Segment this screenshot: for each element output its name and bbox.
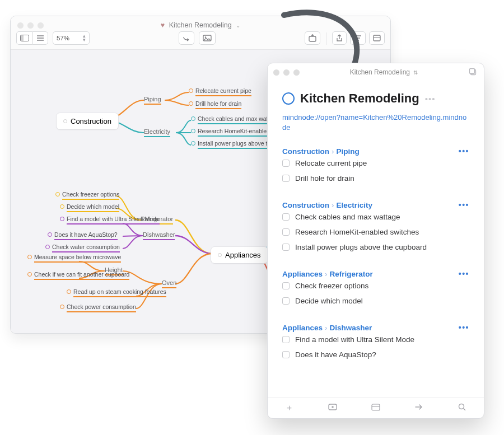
leaf-height-0[interactable]: Measure space below microwave	[27, 254, 83, 263]
leaf-refrig-0[interactable]: Check freezer options	[55, 191, 119, 200]
checkbox[interactable]	[282, 175, 290, 182]
things-bottom-toolbar: ＋	[268, 397, 484, 418]
things-title-text: Kitchen Remodeling	[350, 68, 410, 76]
section-construction-piping: Construction›Piping ••• Relocate current…	[282, 147, 469, 186]
node-label: Appliances	[225, 251, 261, 259]
svg-rect-1	[21, 35, 24, 41]
project-more-icon[interactable]: •••	[425, 94, 436, 104]
task-item[interactable]: Research HomeKit-enabled switches	[282, 224, 469, 240]
task-item[interactable]: Does it have AquaStop?	[282, 347, 469, 362]
search-button[interactable]	[441, 403, 484, 413]
leaf-oven-1[interactable]: Check power consumption	[60, 303, 136, 312]
chevron-down-icon[interactable]: ⌄	[236, 22, 240, 29]
checkbox[interactable]	[282, 244, 290, 251]
section-appliances-refrigerator: Appliances›Refrigerator ••• Check freeze…	[282, 269, 469, 308]
branch-piping[interactable]: Piping	[144, 96, 161, 105]
zoom-dot[interactable]	[293, 69, 300, 76]
sidebar-toggle[interactable]	[16, 31, 48, 45]
panel-left-icon[interactable]	[16, 31, 32, 45]
calendar-button[interactable]	[354, 403, 397, 413]
things-titlebar: Kitchen Remodeling ⇅	[268, 63, 484, 81]
task-item[interactable]: Install power plugs above the cupboard	[282, 240, 469, 255]
section-header[interactable]: Appliances›Refrigerator •••	[282, 269, 469, 278]
node-label: Construction	[71, 117, 111, 125]
svg-point-19	[459, 404, 464, 409]
svg-rect-13	[470, 69, 475, 74]
checkbox[interactable]	[282, 160, 290, 167]
zoom-stepper[interactable]: 57% ▴▾	[53, 31, 90, 45]
open-window-icon[interactable]	[468, 68, 478, 76]
section-construction-electricity: Construction›Electricity ••• Check cable…	[282, 200, 469, 255]
outline-icon[interactable]	[32, 31, 48, 45]
branch-oven[interactable]: Oven	[162, 279, 176, 288]
checkbox[interactable]	[282, 297, 290, 305]
svg-rect-10	[374, 35, 380, 41]
branch-dishwasher[interactable]: Dishwasher	[143, 231, 175, 240]
toolbar-separator	[326, 32, 326, 45]
things-title[interactable]: Kitchen Remodeling ⇅	[300, 68, 468, 76]
section-more-icon[interactable]: •••	[459, 323, 469, 332]
task-item[interactable]: Check cables and max wattage	[282, 209, 469, 224]
leaf-dw-0[interactable]: Find a model with Ultra Silent Mode	[60, 216, 124, 224]
section-header[interactable]: Construction›Piping •••	[282, 147, 469, 156]
traffic-lights[interactable]	[273, 69, 300, 76]
task-item[interactable]: Find a model with Ultra Silent Mode	[282, 332, 469, 347]
project-note-link[interactable]: mindnode://open?name=Kitchen%20Remodelin…	[282, 113, 469, 132]
section-more-icon[interactable]: •••	[459, 147, 469, 156]
leaf-height-1[interactable]: Check if we can fit another cupboard	[27, 271, 83, 280]
section-appliances-dishwasher: Appliances›Dishwasher ••• Find a model w…	[282, 323, 469, 362]
checkbox[interactable]	[282, 213, 290, 221]
section-more-icon[interactable]: •••	[459, 269, 469, 278]
checkbox[interactable]	[282, 228, 290, 236]
svg-line-20	[464, 409, 466, 411]
move-button[interactable]	[398, 403, 441, 413]
node-construction[interactable]: Construction	[57, 113, 118, 129]
project-title[interactable]: Kitchen Remodeling	[300, 91, 419, 106]
task-item[interactable]: Relocate current pipe	[282, 156, 469, 171]
window-title: ♥ Kitchen Remodeling ⌄	[11, 21, 390, 29]
style-button[interactable]	[369, 31, 385, 45]
things-window: Kitchen Remodeling ⇅ Kitchen Remodeling …	[267, 63, 484, 419]
svg-rect-17	[372, 404, 380, 410]
section-more-icon[interactable]: •••	[459, 200, 469, 209]
close-dot[interactable]	[273, 69, 279, 76]
checkbox[interactable]	[282, 351, 290, 358]
share-button[interactable]	[332, 31, 347, 45]
leaf-dw-1[interactable]: Does it have AquaStop?	[48, 231, 118, 240]
leaf-piping-0[interactable]: Relocate current pipe	[189, 87, 251, 96]
leaf-dw-2[interactable]: Check water consumption	[45, 244, 120, 252]
undo-button[interactable]	[179, 31, 194, 45]
task-item[interactable]: Decide which model	[282, 293, 469, 308]
task-item[interactable]: Drill hole for drain	[282, 171, 469, 186]
new-todo-button[interactable]: ＋	[268, 403, 311, 413]
svg-rect-7	[309, 36, 316, 41]
filter-button[interactable]	[350, 31, 366, 45]
image-icon[interactable]	[199, 31, 216, 45]
favorite-icon: ♥	[161, 21, 165, 29]
add-node-button[interactable]	[305, 31, 320, 45]
project-progress-ring	[282, 92, 295, 105]
section-header[interactable]: Appliances›Dishwasher •••	[282, 323, 469, 332]
leaf-refrig-1[interactable]: Decide which model	[60, 203, 119, 212]
minimize-dot[interactable]	[283, 69, 290, 76]
stepper-icon: ▴▾	[83, 34, 86, 42]
new-heading-button[interactable]	[311, 403, 354, 413]
leaf-oven-0[interactable]: Read up on steam cooking features	[67, 288, 139, 297]
checkbox[interactable]	[282, 282, 290, 289]
zoom-value: 57%	[57, 35, 69, 41]
things-body: Kitchen Remodeling ••• mindnode://open?n…	[268, 81, 484, 397]
mindnode-toolbar: ♥ Kitchen Remodeling ⌄ 57% ▴▾	[11, 16, 390, 50]
leaf-elec-0[interactable]: Check cables and max wattage	[191, 115, 279, 124]
sort-icon: ⇅	[413, 69, 418, 76]
branch-electricity[interactable]: Electricity	[144, 128, 170, 137]
window-title-text: Kitchen Remodeling	[169, 21, 232, 29]
task-item[interactable]: Check freezer options	[282, 278, 469, 293]
leaf-piping-1[interactable]: Drill hole for drain	[189, 100, 241, 109]
node-appliances[interactable]: Appliances	[211, 247, 268, 263]
section-header[interactable]: Construction›Electricity •••	[282, 200, 469, 209]
checkbox[interactable]	[282, 336, 290, 343]
